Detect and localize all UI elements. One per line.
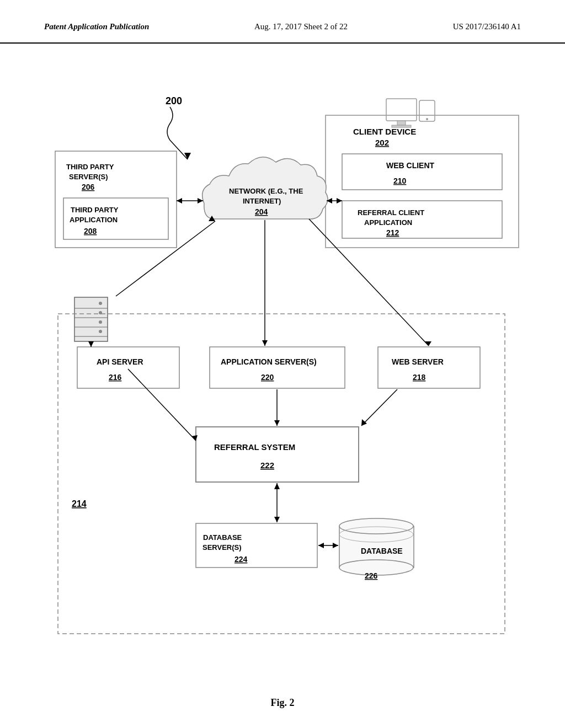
diagram-area: 200 CLIENT DEVICE 202 WEB CLIENT 210 REF…	[0, 44, 565, 667]
arrowhead-network-appserver	[262, 340, 268, 346]
tablet-button	[426, 118, 428, 120]
arrow-rack-network	[116, 221, 215, 296]
arrowhead-dbserver-db-right	[333, 543, 338, 548]
api-server-label: API SERVER	[97, 357, 143, 366]
arrowhead-webserver-referral	[361, 419, 367, 426]
arrowhead-rack-apiserver	[88, 341, 94, 347]
server-rack-icon	[74, 297, 108, 341]
web-client-number: 210	[393, 176, 407, 185]
network-label2: INTERNET)	[243, 197, 281, 205]
fig-caption: Fig. 2	[271, 697, 295, 709]
client-device-number: 202	[375, 138, 389, 147]
client-device-label: CLIENT DEVICE	[353, 127, 416, 136]
server-dot3	[99, 320, 102, 324]
arrowhead-tp-network-left	[177, 198, 182, 204]
arrowhead-appserver-referral	[274, 420, 280, 426]
arrowhead-200	[184, 153, 191, 159]
database-server-number: 224	[234, 555, 248, 564]
third-party-servers-label1: THIRD PARTY	[66, 163, 114, 171]
arrowhead-tp-network-right	[198, 198, 203, 204]
arrowhead-referral-dbserver	[274, 517, 280, 522]
monitor-icon	[386, 99, 417, 121]
arrowhead-api-referral	[191, 435, 198, 441]
third-party-servers-label2: SERVER(S)	[69, 173, 108, 181]
referral-client-label1: REFERRAL CLIENT	[358, 208, 424, 217]
third-party-app-label2: APPLICATION	[70, 216, 118, 224]
database-number: 226	[365, 571, 378, 580]
header-patent-number: US 2017/236140 A1	[453, 22, 521, 31]
database-server-label1: DATABASE	[203, 533, 242, 542]
web-server-number: 218	[413, 373, 426, 382]
database-cylinder-top	[339, 518, 413, 534]
arrow-webserver-referral	[361, 389, 397, 426]
referral-system-label: REFERRAL SYSTEM	[214, 442, 295, 452]
diagram-svg: 200 CLIENT DEVICE 202 WEB CLIENT 210 REF…	[0, 44, 565, 667]
web-client-box	[342, 154, 502, 190]
api-server-box	[77, 347, 179, 388]
arrow-api-referral	[128, 369, 196, 441]
monitor-stand	[397, 121, 406, 125]
arrowhead-network-client-right	[337, 198, 342, 204]
web-server-box	[378, 347, 480, 388]
third-party-app-label1: THIRD PARTY	[71, 206, 119, 214]
web-server-label: WEB SERVER	[392, 357, 444, 366]
header-date-sheet: Aug. 17, 2017 Sheet 2 of 22	[254, 22, 348, 31]
third-party-app-number: 208	[84, 227, 97, 235]
app-servers-box	[210, 347, 345, 388]
arrowhead-dbserver-db-left	[318, 543, 324, 548]
header-publication-label: Patent Application Publication	[44, 22, 149, 31]
web-client-label: WEB CLIENT	[386, 161, 435, 170]
server-dot4	[99, 330, 102, 333]
network-label1: NETWORK (E.G., THE	[229, 187, 303, 195]
referral-client-number: 212	[386, 228, 399, 237]
referral-system-number: 222	[260, 461, 274, 470]
arrowhead-referral-dbserver-up	[274, 483, 280, 489]
database-label: DATABASE	[361, 547, 403, 555]
referral-client-label2: APPLICATION	[364, 218, 412, 227]
api-server-number: 216	[109, 373, 122, 382]
monitor-base	[392, 125, 411, 127]
server-dot1	[99, 302, 102, 305]
app-servers-label: APPLICATION SERVER(S)	[221, 357, 317, 366]
server-group-number: 214	[72, 499, 87, 508]
third-party-servers-number: 206	[82, 183, 95, 191]
network-number: 204	[255, 207, 268, 216]
database-server-label2: SERVER(S)	[202, 543, 242, 552]
page: Patent Application Publication Aug. 17, …	[0, 0, 565, 728]
referral-system-box	[196, 427, 359, 482]
label-200: 200	[166, 95, 182, 106]
app-servers-number: 220	[261, 373, 274, 382]
arrowhead-network-webserver	[425, 341, 431, 346]
page-header: Patent Application Publication Aug. 17, …	[0, 0, 565, 44]
